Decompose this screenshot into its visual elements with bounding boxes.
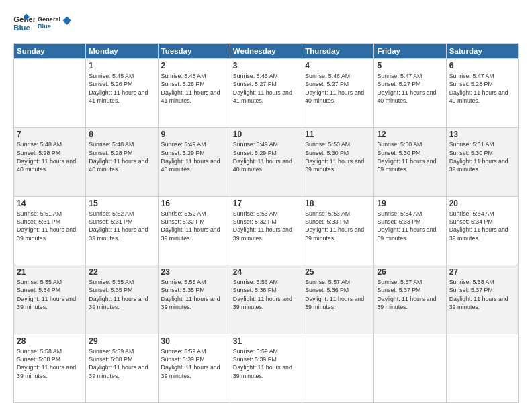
calendar-cell: 6Sunrise: 5:47 AMSunset: 5:28 PMDaylight… bbox=[446, 59, 518, 128]
day-info: Sunrise: 5:55 AMSunset: 5:35 PMDaylight:… bbox=[89, 278, 154, 311]
day-number: 18 bbox=[305, 199, 371, 208]
day-info: Sunrise: 5:58 AMSunset: 5:38 PMDaylight:… bbox=[17, 347, 83, 380]
calendar-weekday-tuesday: Tuesday bbox=[158, 44, 230, 59]
day-number: 6 bbox=[449, 61, 515, 71]
calendar-cell: 10Sunrise: 5:49 AMSunset: 5:29 PMDayligh… bbox=[230, 128, 302, 196]
calendar-cell bbox=[14, 59, 86, 128]
day-number: 31 bbox=[233, 336, 299, 346]
day-info: Sunrise: 5:45 AMSunset: 5:26 PMDaylight:… bbox=[161, 72, 227, 105]
day-info: Sunrise: 5:57 AMSunset: 5:37 PMDaylight:… bbox=[377, 278, 443, 311]
day-number: 15 bbox=[89, 199, 154, 208]
day-number: 12 bbox=[377, 130, 443, 139]
svg-text:Blue: Blue bbox=[38, 23, 51, 30]
calendar-cell: 31Sunrise: 5:59 AMSunset: 5:39 PMDayligh… bbox=[230, 334, 302, 402]
day-info: Sunrise: 5:55 AMSunset: 5:34 PMDaylight:… bbox=[17, 278, 83, 311]
day-info: Sunrise: 5:48 AMSunset: 5:28 PMDaylight:… bbox=[17, 140, 83, 173]
calendar-week-row: 14Sunrise: 5:51 AMSunset: 5:31 PMDayligh… bbox=[14, 196, 519, 265]
calendar-cell bbox=[374, 334, 446, 402]
day-info: Sunrise: 5:59 AMSunset: 5:39 PMDaylight:… bbox=[161, 347, 227, 380]
logo-icon: General Blue bbox=[13, 14, 35, 33]
day-info: Sunrise: 5:59 AMSunset: 5:39 PMDaylight:… bbox=[233, 347, 299, 380]
day-number: 4 bbox=[305, 61, 371, 71]
calendar-cell: 14Sunrise: 5:51 AMSunset: 5:31 PMDayligh… bbox=[14, 196, 86, 265]
calendar-cell: 26Sunrise: 5:57 AMSunset: 5:37 PMDayligh… bbox=[374, 265, 446, 334]
day-info: Sunrise: 5:46 AMSunset: 5:27 PMDaylight:… bbox=[305, 72, 371, 105]
calendar-cell: 28Sunrise: 5:58 AMSunset: 5:38 PMDayligh… bbox=[14, 334, 86, 402]
calendar-weekday-saturday: Saturday bbox=[446, 44, 518, 59]
day-info: Sunrise: 5:52 AMSunset: 5:31 PMDaylight:… bbox=[89, 210, 154, 242]
day-info: Sunrise: 5:58 AMSunset: 5:37 PMDaylight:… bbox=[449, 278, 515, 311]
calendar-cell: 24Sunrise: 5:56 AMSunset: 5:36 PMDayligh… bbox=[230, 265, 302, 334]
day-number: 28 bbox=[17, 336, 83, 346]
day-number: 5 bbox=[377, 61, 443, 71]
day-info: Sunrise: 5:57 AMSunset: 5:36 PMDaylight:… bbox=[305, 278, 371, 311]
day-number: 25 bbox=[305, 267, 371, 277]
day-info: Sunrise: 5:54 AMSunset: 5:33 PMDaylight:… bbox=[377, 210, 443, 242]
header: General Blue General Blue bbox=[13, 11, 519, 36]
day-number: 3 bbox=[233, 61, 299, 71]
calendar-cell bbox=[302, 334, 374, 402]
calendar-header-row: SundayMondayTuesdayWednesdayThursdayFrid… bbox=[14, 44, 519, 59]
calendar-cell: 11Sunrise: 5:50 AMSunset: 5:30 PMDayligh… bbox=[302, 128, 374, 196]
day-number: 10 bbox=[233, 130, 299, 139]
day-info: Sunrise: 5:51 AMSunset: 5:31 PMDaylight:… bbox=[17, 210, 83, 242]
day-number: 13 bbox=[449, 130, 515, 139]
calendar-cell bbox=[446, 334, 518, 402]
calendar-cell: 22Sunrise: 5:55 AMSunset: 5:35 PMDayligh… bbox=[86, 265, 158, 334]
day-info: Sunrise: 5:56 AMSunset: 5:36 PMDaylight:… bbox=[233, 278, 299, 311]
calendar-cell: 15Sunrise: 5:52 AMSunset: 5:31 PMDayligh… bbox=[86, 196, 158, 265]
day-number: 11 bbox=[305, 130, 371, 139]
day-info: Sunrise: 5:50 AMSunset: 5:30 PMDaylight:… bbox=[377, 140, 443, 173]
calendar-cell: 12Sunrise: 5:50 AMSunset: 5:30 PMDayligh… bbox=[374, 128, 446, 196]
calendar-cell: 20Sunrise: 5:54 AMSunset: 5:34 PMDayligh… bbox=[446, 196, 518, 265]
calendar-cell: 18Sunrise: 5:53 AMSunset: 5:33 PMDayligh… bbox=[302, 196, 374, 265]
day-info: Sunrise: 5:59 AMSunset: 5:38 PMDaylight:… bbox=[89, 347, 154, 380]
calendar-weekday-monday: Monday bbox=[86, 44, 158, 59]
calendar-cell: 23Sunrise: 5:56 AMSunset: 5:35 PMDayligh… bbox=[158, 265, 230, 334]
calendar-cell: 27Sunrise: 5:58 AMSunset: 5:37 PMDayligh… bbox=[446, 265, 518, 334]
day-number: 16 bbox=[161, 199, 227, 208]
day-number: 19 bbox=[377, 199, 443, 208]
day-info: Sunrise: 5:53 AMSunset: 5:32 PMDaylight:… bbox=[233, 210, 299, 242]
day-info: Sunrise: 5:52 AMSunset: 5:32 PMDaylight:… bbox=[161, 210, 227, 242]
day-number: 26 bbox=[377, 267, 443, 277]
calendar-cell: 19Sunrise: 5:54 AMSunset: 5:33 PMDayligh… bbox=[374, 196, 446, 265]
calendar-cell: 2Sunrise: 5:45 AMSunset: 5:26 PMDaylight… bbox=[158, 59, 230, 128]
calendar-cell: 30Sunrise: 5:59 AMSunset: 5:39 PMDayligh… bbox=[158, 334, 230, 402]
day-info: Sunrise: 5:49 AMSunset: 5:29 PMDaylight:… bbox=[233, 140, 299, 173]
svg-text:General: General bbox=[38, 16, 60, 23]
calendar-week-row: 28Sunrise: 5:58 AMSunset: 5:38 PMDayligh… bbox=[14, 334, 519, 402]
calendar-week-row: 7Sunrise: 5:48 AMSunset: 5:28 PMDaylight… bbox=[14, 128, 519, 196]
day-number: 20 bbox=[449, 199, 515, 208]
svg-marker-5 bbox=[63, 17, 72, 26]
day-number: 17 bbox=[233, 199, 299, 208]
day-info: Sunrise: 5:47 AMSunset: 5:27 PMDaylight:… bbox=[377, 72, 443, 105]
day-number: 1 bbox=[89, 61, 154, 71]
calendar-cell: 25Sunrise: 5:57 AMSunset: 5:36 PMDayligh… bbox=[302, 265, 374, 334]
calendar-weekday-thursday: Thursday bbox=[302, 44, 374, 59]
calendar-cell: 13Sunrise: 5:51 AMSunset: 5:30 PMDayligh… bbox=[446, 128, 518, 196]
calendar-weekday-sunday: Sunday bbox=[14, 44, 86, 59]
day-info: Sunrise: 5:50 AMSunset: 5:30 PMDaylight:… bbox=[305, 140, 371, 173]
day-number: 2 bbox=[161, 61, 227, 71]
page: General Blue General Blue SundayMondayTu… bbox=[0, 0, 532, 411]
calendar-weekday-wednesday: Wednesday bbox=[230, 44, 302, 59]
day-info: Sunrise: 5:48 AMSunset: 5:28 PMDaylight:… bbox=[89, 140, 154, 173]
day-info: Sunrise: 5:45 AMSunset: 5:26 PMDaylight:… bbox=[89, 72, 154, 105]
calendar-cell: 7Sunrise: 5:48 AMSunset: 5:28 PMDaylight… bbox=[14, 128, 86, 196]
calendar-cell: 3Sunrise: 5:46 AMSunset: 5:27 PMDaylight… bbox=[230, 59, 302, 128]
day-number: 14 bbox=[17, 199, 83, 208]
calendar-week-row: 21Sunrise: 5:55 AMSunset: 5:34 PMDayligh… bbox=[14, 265, 519, 334]
day-info: Sunrise: 5:54 AMSunset: 5:34 PMDaylight:… bbox=[449, 210, 515, 242]
logo-svg: General Blue bbox=[38, 11, 71, 36]
calendar-cell: 4Sunrise: 5:46 AMSunset: 5:27 PMDaylight… bbox=[302, 59, 374, 128]
day-number: 29 bbox=[89, 336, 154, 346]
calendar-cell: 17Sunrise: 5:53 AMSunset: 5:32 PMDayligh… bbox=[230, 196, 302, 265]
calendar-table: SundayMondayTuesdayWednesdayThursdayFrid… bbox=[13, 43, 519, 403]
day-number: 30 bbox=[161, 336, 227, 346]
calendar-cell: 9Sunrise: 5:49 AMSunset: 5:29 PMDaylight… bbox=[158, 128, 230, 196]
day-info: Sunrise: 5:46 AMSunset: 5:27 PMDaylight:… bbox=[233, 72, 299, 105]
calendar-cell: 29Sunrise: 5:59 AMSunset: 5:38 PMDayligh… bbox=[86, 334, 158, 402]
day-number: 22 bbox=[89, 267, 154, 277]
calendar-weekday-friday: Friday bbox=[374, 44, 446, 59]
